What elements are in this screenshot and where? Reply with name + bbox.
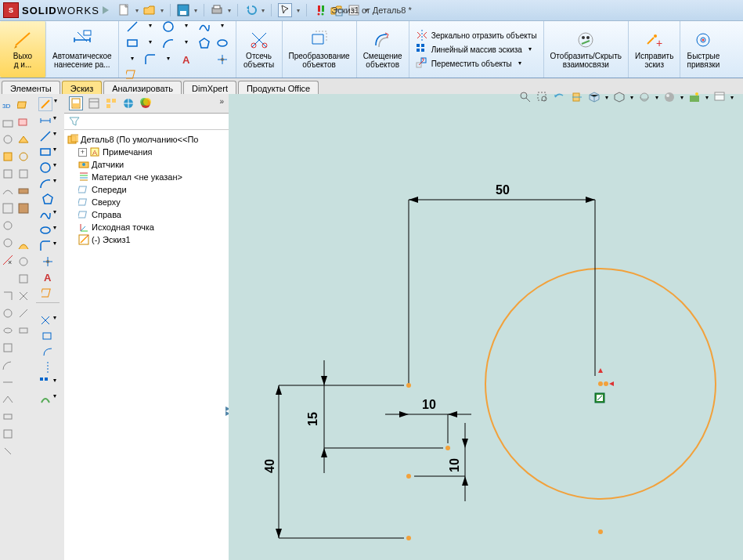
hide-show-icon[interactable] — [638, 91, 651, 103]
linear-pattern-button[interactable]: Линейный массив эскиза▾ — [416, 43, 532, 56]
dimension-text[interactable]: 50 — [496, 183, 510, 197]
tool-icon[interactable] — [2, 393, 14, 406]
text-icon[interactable]: A — [180, 53, 193, 66]
poly-icon[interactable] — [198, 37, 211, 49]
dropdown-arrow-icon[interactable]: ▾ — [297, 7, 300, 14]
fillet-icon[interactable] — [144, 53, 157, 66]
tree-origin[interactable]: Исходная точка — [67, 221, 225, 233]
tool-icon[interactable] — [2, 150, 14, 163]
spline-dropdown-icon[interactable]: ▾ — [221, 23, 224, 30]
filter-row[interactable] — [64, 114, 229, 130]
exit-sketch-button[interactable]: Выхо д и... — [0, 21, 46, 78]
tool-icon[interactable] — [2, 410, 14, 423]
tree-tab-render-icon[interactable] — [139, 97, 152, 110]
tree-front[interactable]: Спереди — [67, 183, 225, 196]
tool-icon[interactable] — [2, 324, 14, 337]
tree-material[interactable]: Материал <не указан> — [67, 171, 225, 183]
dropdown-arrow-icon[interactable]: ▾ — [655, 94, 658, 101]
tool-icon[interactable] — [2, 376, 14, 388]
fillet-tool-icon[interactable] — [39, 240, 52, 252]
rect-dropdown-icon[interactable]: ▾ — [149, 39, 152, 46]
sketch-point[interactable] — [598, 529, 603, 534]
tool-icon[interactable]: × — [2, 254, 14, 266]
dropdown-arrow-icon[interactable]: ▾ — [53, 392, 56, 405]
tree-tab-feature-icon[interactable] — [69, 96, 83, 110]
dropdown-arrow-icon[interactable]: ▾ — [54, 97, 57, 111]
tool-icon[interactable] — [17, 150, 30, 163]
dropdown-arrow-icon[interactable]: ▾ — [228, 7, 231, 14]
tree-tab-dimxpert-icon[interactable] — [122, 97, 135, 110]
dropdown-arrow-icon[interactable]: ▾ — [630, 94, 633, 101]
sketch-svg[interactable]: 50 40 15 — [229, 94, 743, 560]
ellipse-icon[interactable] — [216, 37, 229, 49]
dimension-text[interactable]: 40 — [263, 459, 276, 473]
tree-right[interactable]: Справа — [67, 208, 225, 221]
dimension-text[interactable]: 15 — [306, 412, 319, 426]
tool-icon[interactable] — [2, 202, 14, 215]
tool-icon[interactable] — [2, 219, 14, 232]
dimension-text[interactable]: 10 — [422, 398, 436, 411]
tool-icon[interactable] — [2, 341, 14, 354]
feature-tree[interactable]: Деталь8 (По умолчанию<<По +AПримечания Д… — [64, 130, 229, 560]
line-dropdown-icon[interactable]: ▾ — [149, 23, 152, 30]
tool-icon[interactable] — [17, 238, 30, 251]
dropdown-arrow-icon[interactable]: ▾ — [680, 94, 683, 101]
tree-sensors[interactable]: Датчики — [67, 158, 225, 171]
dropdown-arrow-icon[interactable]: ▾ — [53, 224, 56, 237]
tool-icon[interactable] — [17, 99, 30, 111]
print-icon[interactable] — [211, 4, 223, 16]
dropdown-arrow-icon[interactable]: ▾ — [705, 94, 709, 101]
tool-icon[interactable] — [17, 133, 30, 146]
tool-icon[interactable] — [17, 255, 30, 268]
dropdown-arrow-icon[interactable]: ▾ — [528, 46, 532, 53]
tool-icon[interactable] — [2, 168, 14, 180]
arc-tool-icon[interactable] — [39, 177, 52, 190]
text-tool-icon[interactable]: A — [41, 271, 54, 284]
snaps-button[interactable]: Быстрые привязки — [680, 21, 726, 78]
dropdown-arrow-icon[interactable]: ▾ — [194, 7, 197, 14]
plane-icon[interactable] — [126, 68, 139, 81]
sketch-point[interactable] — [406, 474, 411, 479]
move-entities-button[interactable]: Переместить объекты▾ — [416, 57, 521, 70]
sketch-point[interactable] — [598, 381, 603, 386]
move-tool-icon[interactable] — [39, 392, 52, 405]
tool-icon[interactable] — [2, 116, 14, 128]
open-folder-icon[interactable] — [143, 4, 156, 16]
tool-icon[interactable] — [17, 202, 30, 215]
view-settings-icon[interactable] — [713, 91, 726, 103]
mirror-tool-icon[interactable] — [41, 361, 54, 374]
sketch-point[interactable] — [406, 536, 411, 540]
tree-notes[interactable]: +AПримечания — [67, 146, 225, 158]
rebuild-icon[interactable] — [313, 4, 326, 16]
tool-icon[interactable] — [17, 290, 30, 302]
tool-icon[interactable] — [17, 116, 30, 128]
tool-icon[interactable] — [2, 359, 14, 371]
tool-icon[interactable] — [17, 168, 30, 180]
convert-button[interactable]: Преобразование объектов — [283, 21, 357, 78]
dropdown-arrow-icon[interactable]: ▾ — [53, 146, 56, 158]
appearance-icon[interactable] — [663, 91, 676, 103]
dropdown-arrow-icon[interactable]: ▾ — [53, 114, 56, 127]
brand-arrow-icon[interactable] — [103, 6, 109, 14]
point-tool-icon[interactable] — [41, 255, 54, 268]
dropdown-arrow-icon[interactable]: ▾ — [605, 94, 608, 101]
spline-tool-icon[interactable] — [39, 208, 52, 221]
auto-dimension-button[interactable]: Автоматическое нанесение ра... — [46, 21, 119, 78]
tool-icon[interactable] — [2, 290, 14, 302]
document-props-icon[interactable] — [348, 4, 360, 16]
repair-button[interactable]: + Исправить эскиз — [629, 21, 680, 78]
dropdown-arrow-icon[interactable]: ▾ — [518, 60, 521, 67]
dropdown-arrow-icon[interactable]: ▾ — [53, 208, 56, 221]
new-doc-icon[interactable] — [118, 4, 131, 16]
display-style-icon[interactable] — [613, 91, 626, 103]
dimension-icon[interactable] — [39, 114, 52, 127]
dimension-text[interactable]: 10 — [448, 458, 461, 472]
expand-icon[interactable]: + — [78, 148, 87, 157]
offset-tool-icon[interactable] — [41, 345, 54, 358]
circle-tool-icon[interactable] — [39, 161, 52, 174]
undo-icon[interactable] — [244, 4, 257, 16]
line-tool-icon[interactable] — [39, 130, 52, 143]
zoom-fit-icon[interactable] — [519, 91, 532, 103]
line-icon[interactable] — [126, 20, 139, 33]
tool-icon[interactable] — [2, 185, 14, 197]
